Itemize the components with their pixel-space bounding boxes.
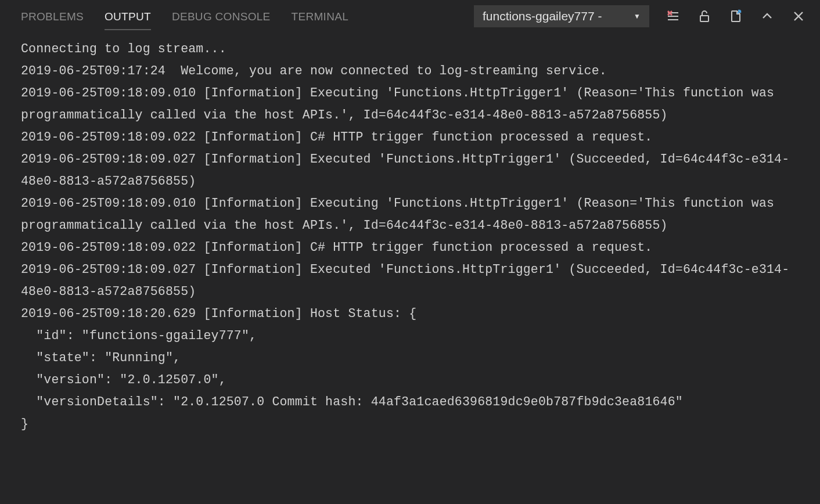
output-channel-dropdown[interactable]: functions-ggailey777 - ▼ bbox=[474, 5, 649, 27]
collapse-panel-icon[interactable] bbox=[760, 9, 775, 24]
log-line: } bbox=[21, 413, 799, 435]
log-line: 2019-06-25T09:17:24 Welcome, you are now… bbox=[21, 60, 799, 82]
log-line: 2019-06-25T09:18:09.022 [Information] C#… bbox=[21, 236, 799, 258]
panel-header: PROBLEMS OUTPUT DEBUG CONSOLE TERMINAL f… bbox=[0, 0, 820, 32]
log-line: 2019-06-25T09:18:20.629 [Information] Ho… bbox=[21, 303, 799, 325]
chevron-down-icon: ▼ bbox=[634, 12, 641, 20]
panel-tabs: PROBLEMS OUTPUT DEBUG CONSOLE TERMINAL bbox=[21, 2, 348, 30]
log-line: 2019-06-25T09:18:09.022 [Information] C#… bbox=[21, 126, 799, 148]
lock-scroll-icon[interactable] bbox=[697, 9, 712, 24]
tab-debug-console[interactable]: DEBUG CONSOLE bbox=[172, 2, 271, 30]
open-file-icon[interactable] bbox=[728, 9, 743, 24]
output-log-body[interactable]: Connecting to log stream...2019-06-25T09… bbox=[0, 32, 820, 441]
dropdown-selected-label: functions-ggailey777 - bbox=[483, 9, 602, 23]
close-panel-icon[interactable] bbox=[791, 9, 806, 24]
clear-output-icon[interactable] bbox=[666, 9, 681, 24]
log-line: "version": "2.0.12507.0", bbox=[21, 369, 799, 391]
log-line: 2019-06-25T09:18:09.027 [Information] Ex… bbox=[21, 148, 799, 192]
tab-output[interactable]: OUTPUT bbox=[105, 2, 151, 30]
svg-rect-5 bbox=[700, 16, 708, 21]
log-line: Connecting to log stream... bbox=[21, 38, 799, 60]
log-line: "state": "Running", bbox=[21, 347, 799, 369]
log-line: "id": "functions-ggailey777", bbox=[21, 325, 799, 347]
log-line: 2019-06-25T09:18:09.027 [Information] Ex… bbox=[21, 258, 799, 303]
tab-terminal[interactable]: TERMINAL bbox=[292, 2, 348, 30]
panel-actions bbox=[666, 9, 806, 24]
log-line: 2019-06-25T09:18:09.010 [Information] Ex… bbox=[21, 82, 799, 126]
log-line: "versionDetails": "2.0.12507.0 Commit ha… bbox=[21, 391, 799, 413]
log-line: 2019-06-25T09:18:09.010 [Information] Ex… bbox=[21, 192, 799, 236]
tab-problems[interactable]: PROBLEMS bbox=[21, 2, 84, 30]
